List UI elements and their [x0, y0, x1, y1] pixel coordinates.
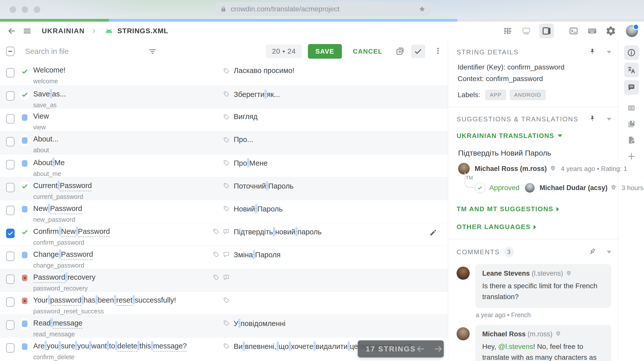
space-marker: [255, 204, 257, 213]
string-row[interactable]: Readmessageread_messageУповідомленні: [0, 314, 448, 337]
translation-text: Підтвердітьновийпароль: [234, 227, 321, 246]
unpin-button[interactable]: [589, 248, 596, 256]
more-options-button[interactable]: [434, 47, 442, 56]
row-checkbox[interactable]: [6, 343, 15, 353]
row-checkbox[interactable]: [6, 274, 15, 284]
user-avatar[interactable]: [626, 25, 638, 37]
translation-cell[interactable]: [199, 292, 448, 314]
approve-button[interactable]: [411, 45, 425, 58]
string-row[interactable]: CurrentPasswordcurrent_passwordПоточнийП…: [0, 177, 448, 200]
row-checkbox[interactable]: [6, 91, 15, 101]
window-close-button[interactable]: [10, 6, 16, 13]
string-row[interactable]: Welcome!welcomeЛаскаво просимо!: [0, 62, 448, 85]
copy-source-button[interactable]: [395, 46, 406, 57]
back-button[interactable]: [6, 25, 17, 37]
string-key: about_me: [33, 170, 65, 177]
row-checkbox[interactable]: [6, 137, 15, 147]
filter-button[interactable]: [147, 46, 157, 57]
string-row[interactable]: ViewviewВигляд: [0, 108, 448, 131]
suggestions-tab[interactable]: [624, 63, 639, 77]
row-checkbox[interactable]: [6, 183, 15, 192]
window-controls[interactable]: [10, 6, 40, 13]
row-checkbox[interactable]: [6, 320, 15, 330]
suggestions-section: SUGGESTIONS & TRANSLATIONS UKRAINIAN TRA…: [448, 107, 618, 239]
row-checkbox[interactable]: [6, 160, 15, 169]
row-checkbox[interactable]: [6, 251, 15, 261]
edit-translation-button[interactable]: [429, 229, 437, 238]
string-details-tab[interactable]: [624, 45, 639, 60]
translation-cell[interactable]: Підтвердітьновийпароль: [199, 223, 448, 246]
save-button[interactable]: SAVE: [308, 44, 342, 59]
bookmark-star-icon[interactable]: [418, 5, 426, 13]
translation-cell[interactable]: [199, 269, 448, 292]
string-row[interactable]: AboutMeabout_meПроМене: [0, 154, 448, 177]
string-row[interactable]: ChangePasswordchange_passwordЗмінаПароля: [0, 246, 448, 269]
collapse-section-button[interactable]: [607, 51, 611, 54]
add-panel-button[interactable]: [624, 151, 639, 162]
space-marker: [96, 295, 98, 304]
row-checkbox[interactable]: [6, 297, 15, 307]
string-row[interactable]: Yourpasswordhasbeenresetsuccessfully!pas…: [0, 292, 448, 314]
space-marker: [133, 295, 135, 304]
collapse-section-button[interactable]: [607, 118, 611, 121]
translation-cell[interactable]: Вигляд: [199, 109, 448, 131]
breadcrumb-file-name[interactable]: STRINGS.XML: [117, 27, 168, 35]
string-row[interactable]: About...aboutПро...: [0, 131, 448, 154]
address-bar[interactable]: crowdin.com/translate/acmeproject: [215, 2, 431, 16]
author-name[interactable]: Michael Ross (m.ross): [475, 165, 547, 173]
approver-name[interactable]: Michael Dudar (acsy): [540, 184, 608, 192]
breadcrumb-language[interactable]: UKRAINIAN: [42, 27, 85, 35]
layout-bottom-panel-button[interactable]: [521, 25, 532, 37]
layout-side-by-side-button[interactable]: [502, 25, 513, 37]
context-tab[interactable]: [624, 102, 639, 114]
string-key: change_password: [33, 262, 93, 269]
tm-mt-suggestions-link[interactable]: TM AND MT SUGGESTIONS: [457, 205, 611, 213]
next-page-arrow[interactable]: [433, 344, 443, 354]
file-info-tab[interactable]: [624, 135, 639, 146]
approver-avatar[interactable]: [525, 183, 535, 193]
string-row[interactable]: Saveas...save_asЗберегтияк...: [0, 85, 448, 108]
pin-button[interactable]: [589, 115, 596, 123]
glossary-tab[interactable]: [624, 119, 639, 130]
translation-cell[interactable]: Ласкаво просимо!: [199, 62, 448, 85]
comment-avatar[interactable]: [457, 267, 470, 280]
window-zoom-button[interactable]: [34, 6, 40, 13]
ukrainian-translations-toggle[interactable]: UKRAINIAN TRANSLATIONS: [457, 132, 611, 140]
row-checkbox[interactable]: [6, 114, 15, 124]
comment-avatar[interactable]: [457, 327, 470, 340]
collapse-section-button[interactable]: [607, 251, 611, 254]
menu-button[interactable]: [22, 25, 33, 37]
translation-cell[interactable]: НовийПароль: [199, 200, 448, 223]
cancel-button[interactable]: CANCEL: [351, 47, 384, 56]
search-input[interactable]: [25, 47, 134, 56]
translation-cell[interactable]: ЗмінаПароля: [199, 246, 448, 269]
tag-icon: [223, 182, 230, 189]
window-minimize-button[interactable]: [22, 6, 28, 13]
comment-author[interactable]: Leane Stevens (l.stevens): [482, 270, 563, 277]
row-checkbox[interactable]: [6, 206, 15, 215]
string-row[interactable]: Passwordrecoverypassword_recovery: [0, 269, 448, 292]
mention-link[interactable]: @l.stevens: [498, 343, 533, 350]
translation-cell[interactable]: Уповідомленні: [199, 315, 448, 337]
comment-author[interactable]: Michael Ross (m.ross): [482, 330, 552, 338]
console-button[interactable]: [568, 25, 579, 37]
string-row[interactable]: NewPasswordnew_passwordНовийПароль: [0, 200, 448, 223]
previous-page-arrow[interactable]: [416, 344, 425, 354]
suggestion-text[interactable]: Підтвердіть Новий Пароль: [457, 149, 611, 157]
other-languages-link[interactable]: OTHER LANGUAGES: [457, 223, 611, 231]
shortcuts-button[interactable]: [587, 25, 598, 37]
comments-tab[interactable]: [624, 80, 639, 95]
string-row[interactable]: ConfirmNewPasswordconfirm_passwordПідтве…: [0, 223, 448, 246]
translation-cell[interactable]: Про...: [199, 131, 448, 154]
translation-cell[interactable]: ПоточнийПароль: [199, 177, 448, 200]
settings-button[interactable]: [605, 25, 616, 37]
pin-button[interactable]: [589, 48, 596, 56]
select-all-checkbox[interactable]: [6, 47, 15, 56]
status-untranslated-icon: [22, 114, 27, 121]
row-checkbox[interactable]: [6, 229, 15, 238]
translation-cell[interactable]: ПроМене: [199, 154, 448, 177]
layout-right-panel-button[interactable]: [539, 24, 554, 38]
browser-chrome: crowdin.com/translate/acmeproject: [0, 0, 644, 19]
translation-cell[interactable]: Зберегтияк...: [199, 86, 448, 108]
row-checkbox[interactable]: [6, 68, 15, 78]
